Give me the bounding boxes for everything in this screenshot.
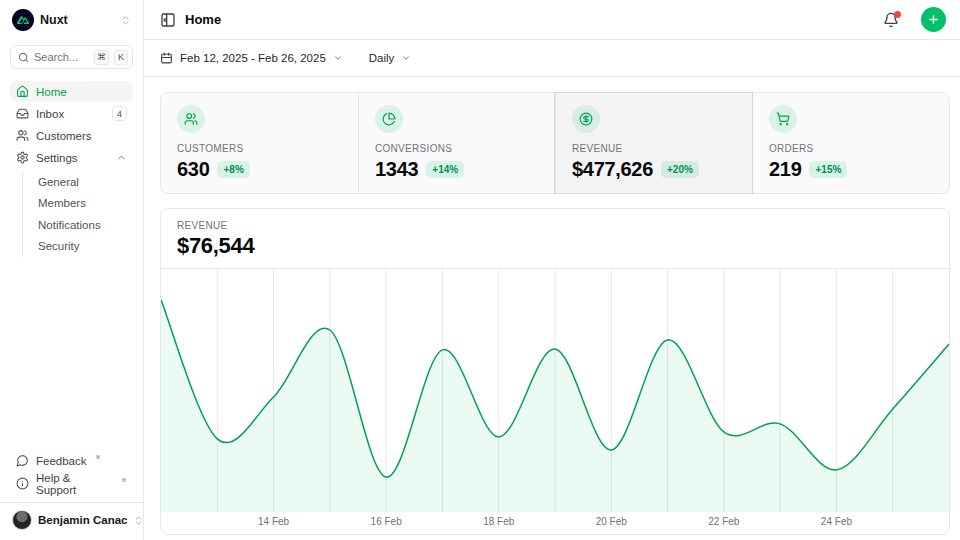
stat-label: ORDERS (769, 143, 933, 154)
sidebar-item-general[interactable]: General (38, 171, 133, 193)
workspace-switcher[interactable]: Nuxt (10, 9, 133, 31)
settings-submenu: General Members Notifications Security (22, 171, 133, 257)
sidebar-item-settings[interactable]: Settings (10, 147, 133, 168)
x-axis-label: 24 Feb (821, 516, 852, 527)
chevron-down-icon (333, 53, 343, 63)
sidebar-item-inbox[interactable]: Inbox 4 (10, 103, 133, 124)
arrow-up-right-icon (94, 454, 101, 461)
stat-card-conversions[interactable]: CONVERSIONS 1343 +14% (358, 93, 555, 193)
chart-metric-value: $76,544 (177, 233, 933, 258)
sidebar-item-label: Home (36, 86, 67, 98)
sidebar-item-security[interactable]: Security (38, 236, 133, 258)
sidebar: Nuxt Search... ⌘ K Home (0, 0, 144, 540)
users-icon (16, 129, 29, 142)
sidebar-spacer (10, 257, 133, 450)
chevron-up-icon (116, 152, 127, 163)
add-button[interactable] (921, 7, 946, 32)
stat-delta-badge: +14% (426, 161, 464, 178)
stat-card-orders[interactable]: ORDERS 219 +15% (752, 93, 949, 193)
chart-metric-label: REVENUE (177, 220, 933, 231)
sidebar-nav: Home Inbox 4 Customers Settings (10, 81, 133, 257)
stat-card-revenue[interactable]: REVENUE $477,626 +20% (555, 93, 752, 193)
x-axis-label: 20 Feb (596, 516, 627, 527)
sidebar-item-label: Settings (36, 152, 78, 164)
x-axis-label: 14 Feb (258, 516, 289, 527)
stat-value: 630 (177, 157, 209, 181)
sidebar-item-home[interactable]: Home (10, 81, 133, 102)
chevron-down-icon (401, 53, 411, 63)
sidebar-divider (0, 502, 143, 503)
chevrons-up-down-icon (133, 515, 144, 526)
period-label: Daily (369, 52, 395, 64)
sidebar-item-label: Feedback (36, 455, 87, 467)
x-axis-label: 18 Feb (483, 516, 514, 527)
users-icon (177, 105, 205, 133)
notification-dot (894, 11, 901, 18)
search-input[interactable]: Search... ⌘ K (10, 45, 133, 69)
sidebar-item-notifications[interactable]: Notifications (38, 214, 133, 236)
pie-chart-icon (375, 105, 403, 133)
period-select[interactable]: Daily (369, 52, 412, 64)
sidebar-item-label: Inbox (36, 108, 64, 120)
avatar (12, 510, 32, 530)
kbd-k: K (114, 50, 128, 65)
user-menu[interactable]: Benjamin Canac (10, 510, 133, 534)
workspace-name: Nuxt (40, 13, 114, 27)
date-range-picker[interactable]: Feb 12, 2025 - Feb 26, 2025 (160, 52, 343, 65)
plus-icon (927, 13, 940, 26)
stat-value: $477,626 (572, 157, 653, 181)
stat-label: CONVERSIONS (375, 143, 539, 154)
info-icon (16, 477, 29, 490)
inbox-icon (16, 107, 29, 120)
kbd-cmd: ⌘ (94, 50, 109, 65)
calendar-icon (160, 52, 173, 65)
search-icon (18, 52, 29, 63)
inbox-count-badge: 4 (112, 106, 127, 121)
page-title: Home (185, 12, 874, 27)
revenue-chart-card: REVENUE $76,544 14 Feb16 Feb18 Feb20 Feb… (160, 208, 950, 535)
sidebar-item-customers[interactable]: Customers (10, 125, 133, 146)
search-placeholder: Search... (34, 51, 89, 63)
date-range-label: Feb 12, 2025 - Feb 26, 2025 (180, 52, 326, 64)
panel-left-close-icon[interactable] (160, 12, 176, 28)
filters-toolbar: Feb 12, 2025 - Feb 26, 2025 Daily (144, 40, 960, 77)
x-axis-label: 22 Feb (708, 516, 739, 527)
arrow-up-right-icon (120, 477, 127, 484)
app-window: Nuxt Search... ⌘ K Home (0, 0, 960, 540)
stats-row: CUSTOMERS 630 +8% CONVERSIONS 1343 +14% (160, 92, 950, 194)
notifications-button[interactable] (883, 12, 899, 28)
shopping-cart-icon (769, 105, 797, 133)
gear-icon (16, 151, 29, 164)
house-icon (16, 85, 29, 98)
stat-label: CUSTOMERS (177, 143, 342, 154)
sidebar-item-label: Help & Support (36, 472, 113, 496)
main-area: Home Feb 12, 2025 - Feb 26, 2025 (144, 0, 960, 540)
sidebar-item-feedback[interactable]: Feedback (10, 450, 133, 471)
sidebar-item-members[interactable]: Members (38, 193, 133, 215)
stat-delta-badge: +8% (217, 161, 249, 178)
stat-delta-badge: +15% (809, 161, 847, 178)
user-name: Benjamin Canac (38, 514, 127, 526)
page-header: Home (144, 0, 960, 40)
nuxt-logo-icon (12, 9, 34, 31)
sidebar-footer: Feedback Help & Support (10, 450, 133, 497)
chart-svg (161, 269, 949, 512)
stat-delta-badge: +20% (661, 161, 699, 178)
chevrons-up-down-icon (120, 15, 131, 26)
revenue-area-chart[interactable] (161, 269, 949, 512)
x-axis-label: 16 Feb (371, 516, 402, 527)
page-content: CUSTOMERS 630 +8% CONVERSIONS 1343 +14% (144, 77, 960, 535)
stat-value: 219 (769, 157, 801, 181)
stat-card-customers[interactable]: CUSTOMERS 630 +8% (161, 93, 358, 193)
sidebar-item-label: Customers (36, 130, 92, 142)
stat-label: REVENUE (572, 143, 736, 154)
circle-dollar-icon (572, 105, 600, 133)
stat-value: 1343 (375, 157, 418, 181)
chart-header: REVENUE $76,544 (161, 209, 949, 269)
message-circle-icon (16, 454, 29, 467)
chart-x-axis: 14 Feb16 Feb18 Feb20 Feb22 Feb24 Feb (161, 512, 949, 534)
sidebar-item-help-support[interactable]: Help & Support (10, 473, 133, 494)
